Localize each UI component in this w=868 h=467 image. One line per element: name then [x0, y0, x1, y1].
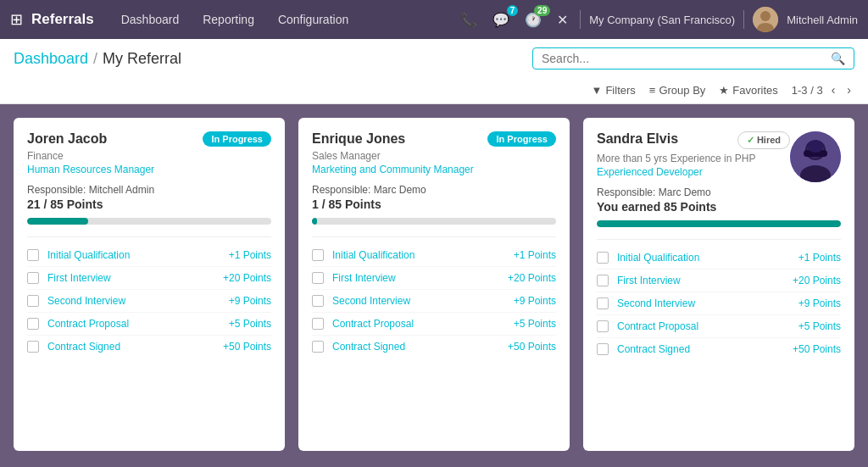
breadcrumb-separator: /: [93, 50, 97, 68]
groupby-button[interactable]: ≡ Group By: [649, 84, 706, 97]
checklist-checkbox-0[interactable]: [312, 249, 324, 261]
favorites-button[interactable]: ★ Favorites: [719, 84, 777, 97]
checklist-label-2[interactable]: Second Interview: [332, 295, 505, 307]
filter-row: ▼ Filters ≡ Group By ★ Favorites 1-3 / 3…: [14, 76, 854, 103]
checklist-points-2: +9 Points: [514, 295, 556, 307]
nav-dashboard[interactable]: Dashboard: [111, 8, 190, 31]
svg-point-8: [808, 141, 823, 153]
next-page-button[interactable]: ›: [843, 81, 854, 98]
checklist-label-4[interactable]: Contract Signed: [332, 341, 499, 353]
card-role: Sales Manager: [312, 150, 556, 162]
checklist-label-1[interactable]: First Interview: [47, 272, 214, 284]
checklist-label-2[interactable]: Second Interview: [47, 295, 220, 307]
grid-icon[interactable]: ⊞: [10, 10, 23, 29]
checklist-label-0[interactable]: Initial Qualification: [332, 249, 505, 261]
pagination: 1-3 / 3 ‹ ›: [792, 81, 854, 98]
checklist-label-1[interactable]: First Interview: [617, 275, 784, 286]
subheader: Dashboard / My Referral 🔍 ▼ Filters ≡ Gr…: [0, 39, 868, 104]
checklist-label-4[interactable]: Contract Signed: [617, 343, 784, 355]
clock-icon[interactable]: 🕐 29: [521, 8, 545, 31]
card-header: Joren Jacob In Progress: [27, 131, 271, 147]
checklist-checkbox-0[interactable]: [27, 249, 39, 261]
checklist-points-3: +5 Points: [514, 318, 556, 330]
card-header: Enrique Jones In Progress: [312, 131, 556, 147]
card-subrole: Marketing and Community Manager: [312, 164, 556, 175]
card-responsible: Responsible: Mitchell Admin: [27, 184, 271, 196]
top-navigation: ⊞ Referrals Dashboard Reporting Configur…: [0, 0, 868, 39]
progress-bar: [312, 218, 556, 225]
checklist-label-0[interactable]: Initial Qualification: [47, 249, 220, 261]
breadcrumb-dashboard[interactable]: Dashboard: [14, 50, 88, 68]
progress-bar: [27, 218, 271, 225]
card-subrole: Experienced Developer: [597, 166, 790, 178]
checklist-item: Initial Qualification +1 Points: [597, 247, 841, 270]
checklist-points-1: +20 Points: [223, 272, 271, 284]
card-info: Sandra Elvis ✓Hired More than 5 yrs Expe…: [597, 131, 790, 186]
card-divider: [312, 236, 556, 237]
user-avatar[interactable]: [753, 7, 778, 32]
close-icon[interactable]: ✕: [554, 8, 571, 31]
divider2: [743, 10, 744, 29]
favorites-icon: ★: [719, 84, 729, 97]
nav-configuration[interactable]: Configuration: [268, 8, 359, 31]
company-name[interactable]: My Company (San Francisco): [589, 14, 735, 26]
checklist-checkbox-4[interactable]: [27, 341, 39, 353]
filter-icon: ▼: [592, 84, 603, 97]
card-role: More than 5 yrs Experience in PHP: [597, 153, 790, 164]
checklist-label-0[interactable]: Initial Qualification: [617, 252, 790, 264]
card-header-row: Sandra Elvis ✓Hired More than 5 yrs Expe…: [597, 131, 841, 186]
chat-icon[interactable]: 💬 7: [489, 8, 513, 31]
card-responsible: Responsible: Marc Demo: [597, 186, 841, 198]
checklist-points-1: +20 Points: [793, 275, 841, 286]
checklist-checkbox-3[interactable]: [312, 318, 324, 330]
filters-button[interactable]: ▼ Filters: [592, 84, 636, 97]
checklist-checkbox-3[interactable]: [27, 318, 39, 330]
checklist-item: Contract Proposal +5 Points: [597, 315, 841, 338]
checklist-checkbox-1[interactable]: [27, 272, 39, 284]
referral-card-1: Joren Jacob In Progress Finance Human Re…: [14, 118, 285, 451]
checklist-label-3[interactable]: Contract Proposal: [47, 318, 220, 330]
checklist-item: Contract Signed +50 Points: [597, 338, 841, 360]
checklist-checkbox-4[interactable]: [597, 343, 609, 355]
svg-point-1: [760, 11, 771, 21]
checklist-checkbox-2[interactable]: [312, 295, 324, 307]
checklist-checkbox-0[interactable]: [597, 252, 609, 264]
user-name[interactable]: Mitchell Admin: [787, 14, 858, 26]
topnav-actions: 📞 💬 7 🕐 29 ✕ My Company (San Francisco) …: [457, 7, 858, 32]
breadcrumb-row: Dashboard / My Referral 🔍: [14, 47, 854, 69]
chat-badge: 7: [507, 5, 519, 16]
checklist-label-4[interactable]: Contract Signed: [47, 341, 214, 353]
search-input[interactable]: [542, 52, 831, 65]
checklist-checkbox-1[interactable]: [597, 275, 609, 286]
progress-fill: [312, 218, 317, 225]
candidate-name: Sandra Elvis: [597, 131, 678, 147]
card-points: You earned 85 Points: [597, 200, 841, 214]
checklist-label-2[interactable]: Second Interview: [617, 297, 790, 309]
nav-reporting[interactable]: Reporting: [192, 8, 264, 31]
checklist-label-3[interactable]: Contract Proposal: [332, 318, 505, 330]
checklist-checkbox-4[interactable]: [312, 341, 324, 353]
checklist-label-1[interactable]: First Interview: [332, 272, 499, 284]
search-icon[interactable]: 🔍: [831, 52, 845, 65]
checklist-item: Second Interview +9 Points: [312, 290, 556, 313]
card-role: Finance: [27, 150, 271, 162]
checklist-label-3[interactable]: Contract Proposal: [617, 320, 790, 332]
checklist-item: Second Interview +9 Points: [597, 292, 841, 315]
pagination-info: 1-3 / 3: [792, 84, 823, 97]
checklist-checkbox-3[interactable]: [597, 320, 609, 332]
phone-icon[interactable]: 📞: [457, 8, 481, 31]
nav-links: Dashboard Reporting Configuration: [111, 8, 458, 31]
checklist-item: Second Interview +9 Points: [27, 290, 271, 313]
app-brand: Referrals: [31, 11, 94, 28]
checklist-checkbox-1[interactable]: [312, 272, 324, 284]
checklist-checkbox-2[interactable]: [27, 295, 39, 307]
progress-fill: [27, 218, 88, 225]
card-divider: [27, 236, 271, 237]
checklist-checkbox-2[interactable]: [597, 297, 609, 309]
card-points: 1 / 85 Points: [312, 197, 556, 211]
referral-card-2: Enrique Jones In Progress Sales Manager …: [298, 118, 570, 451]
checklist-item: First Interview +20 Points: [27, 267, 271, 290]
clock-badge: 29: [534, 5, 550, 16]
breadcrumb: Dashboard / My Referral: [14, 50, 181, 68]
prev-page-button[interactable]: ‹: [828, 81, 839, 98]
